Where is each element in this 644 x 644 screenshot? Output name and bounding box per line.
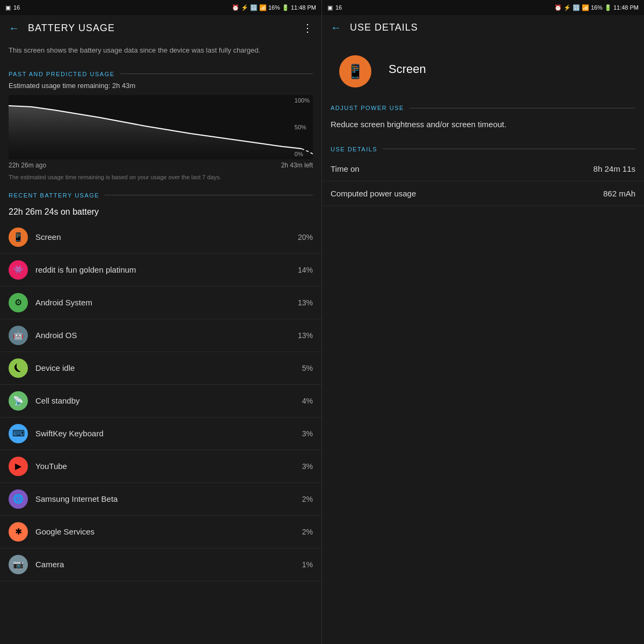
app-percent: 2% — [302, 495, 313, 503]
app-icon-circle: 🌐 — [9, 489, 28, 509]
use-details-section-divider — [383, 149, 635, 149]
alarm-icon-right: ⏰ — [554, 4, 562, 11]
list-item[interactable]: 📱Screen20% — [0, 221, 321, 254]
recent-usage-section-header: RECENT BATTERY USAGE — [0, 188, 321, 203]
chart-time-labels: 22h 26m ago 2h 43m left — [9, 159, 313, 171]
app-icon-circle: 📷 — [9, 555, 28, 574]
past-usage-section-header: PAST AND PREDICTED USAGE — [0, 67, 321, 82]
chart-label-100: 100% — [295, 97, 310, 104]
left-page-header: ← BATTERY USAGE ⋮ — [0, 15, 321, 41]
app-percent: 13% — [298, 298, 313, 307]
right-status-left: ▣ 16 — [327, 4, 342, 11]
recent-usage-title: RECENT BATTERY USAGE — [9, 192, 99, 199]
adjust-power-title: ADJUST POWER USE — [331, 105, 404, 111]
svg-marker-0 — [9, 106, 313, 159]
app-percent: 14% — [298, 266, 313, 274]
chart-label-50: 50% — [295, 124, 310, 130]
app-name: Android OS — [35, 331, 298, 340]
wifi-icon: 🔢 — [250, 4, 258, 11]
app-percent: 2% — [302, 528, 313, 536]
time-left: 11:48 PM — [291, 4, 316, 11]
list-item[interactable]: ⌨SwiftKey Keyboard3% — [0, 418, 321, 450]
bolt-icon: ⚡ — [241, 4, 248, 11]
list-item[interactable]: ▶YouTube3% — [0, 450, 321, 483]
badge-16: 16 — [13, 4, 20, 11]
app-name: Cell standby — [35, 396, 302, 405]
past-usage-title: PAST AND PREDICTED USAGE — [9, 71, 115, 77]
details-label: Computed power usage — [331, 189, 416, 198]
usage-list: 📱Screen20%👾reddit is fun golden platinum… — [0, 221, 321, 581]
app-info-header: 📱 Screen — [322, 40, 644, 98]
time-right: 11:48 PM — [613, 4, 639, 11]
app-icon-circle: 📡 — [9, 391, 28, 411]
battery-icon-right: 🔋 — [604, 4, 612, 11]
list-item[interactable]: 📡Cell standby4% — [0, 385, 321, 418]
page-title-right: USE DETAILS — [350, 22, 418, 33]
app-percent: 4% — [302, 397, 313, 405]
back-button-left[interactable]: ← — [9, 22, 19, 34]
list-item[interactable]: ✱Google Services2% — [0, 516, 321, 548]
bolt-icon-right: ⚡ — [564, 4, 571, 11]
app-icon-circle-screen: 📱 — [339, 55, 371, 87]
use-details-title: USE DETAILS — [331, 146, 377, 152]
battery-icon-left: 🔋 — [282, 4, 289, 11]
section-divider-recent — [105, 195, 313, 195]
more-options-button[interactable]: ⋮ — [302, 21, 313, 34]
right-panel: ▣ 16 ⏰ ⚡ 🔢 📶 16% 🔋 11:48 PM ← USE DETAIL… — [322, 0, 644, 644]
usage-duration-text: 22h 26m 24s on battery — [0, 203, 321, 221]
app-name: reddit is fun golden platinum — [35, 265, 298, 274]
signal-icon: 📶 — [259, 4, 267, 11]
chart-time-right: 2h 43m left — [281, 162, 313, 169]
app-icon-circle: ⌨ — [9, 424, 28, 443]
list-item[interactable]: 🌐Samsung Internet Beta2% — [0, 483, 321, 516]
details-value: 862 mAh — [603, 189, 635, 198]
right-page-header: ← USE DETAILS — [322, 15, 644, 40]
notification-icon: ▣ — [5, 4, 11, 11]
app-icon-circle: 👾 — [9, 260, 28, 280]
app-percent: 13% — [298, 331, 313, 340]
list-item[interactable]: 🤖Android OS13% — [0, 319, 321, 352]
notification-icon-right: ▣ — [327, 4, 333, 11]
app-icon-circle: 📱 — [9, 228, 28, 247]
status-right-icons: ⏰ ⚡ 🔢 📶 16% 🔋 11:48 PM — [232, 4, 316, 11]
app-icon-circle: ⚙ — [9, 293, 28, 312]
battery-description: This screen shows the battery usage data… — [0, 41, 321, 64]
battery-percent-right: 16% — [591, 4, 603, 11]
chart-time-left: 22h 26m ago — [9, 162, 46, 169]
battery-chart: 100% 50% 0% — [9, 95, 313, 159]
right-status-bar: ▣ 16 ⏰ ⚡ 🔢 📶 16% 🔋 11:48 PM — [322, 0, 644, 15]
wifi-icon-right: 🔢 — [573, 4, 580, 11]
app-name: SwiftKey Keyboard — [35, 429, 302, 438]
left-panel: ▣ 16 ⏰ ⚡ 🔢 📶 16% 🔋 11:48 PM ← BATTERY US… — [0, 0, 322, 644]
list-item[interactable]: ⏾Device idle5% — [0, 352, 321, 385]
app-percent: 20% — [298, 233, 313, 241]
app-percent: 5% — [302, 364, 313, 372]
list-item[interactable]: 📷Camera1% — [0, 548, 321, 581]
list-item[interactable]: 👾reddit is fun golden platinum14% — [0, 254, 321, 287]
adjust-description-text: Reduce screen brightness and/or screen t… — [322, 115, 644, 140]
details-row: Time on8h 24m 11s — [322, 157, 644, 181]
left-status-bar: ▣ 16 ⏰ ⚡ 🔢 📶 16% 🔋 11:48 PM — [0, 0, 321, 15]
details-label: Time on — [331, 164, 360, 173]
app-name: Google Services — [35, 527, 302, 536]
page-title-left: BATTERY USAGE — [28, 23, 115, 34]
screen-app-icon: 📱 — [347, 63, 364, 80]
list-item[interactable]: ⚙Android System13% — [0, 287, 321, 319]
chart-label-0: 0% — [295, 151, 310, 157]
app-name: Camera — [35, 560, 302, 569]
badge-16-right: 16 — [335, 4, 342, 11]
details-list: Time on8h 24m 11sComputed power usage862… — [322, 157, 644, 206]
details-row: Computed power usage862 mAh — [322, 181, 644, 206]
alarm-icon: ⏰ — [232, 4, 239, 11]
app-name: Android System — [35, 298, 298, 307]
details-value: 8h 24m 11s — [594, 164, 635, 173]
app-icon-circle: ✱ — [9, 522, 28, 541]
app-name: Screen — [35, 232, 298, 241]
back-button-right[interactable]: ← — [331, 21, 341, 34]
chart-footnote: The estimated usage time remaining is ba… — [9, 171, 313, 186]
app-name: YouTube — [35, 462, 302, 471]
chart-y-labels: 100% 50% 0% — [295, 95, 310, 159]
app-name: Device idle — [35, 363, 302, 372]
signal-icon-right: 📶 — [582, 4, 589, 11]
section-divider — [120, 74, 313, 74]
